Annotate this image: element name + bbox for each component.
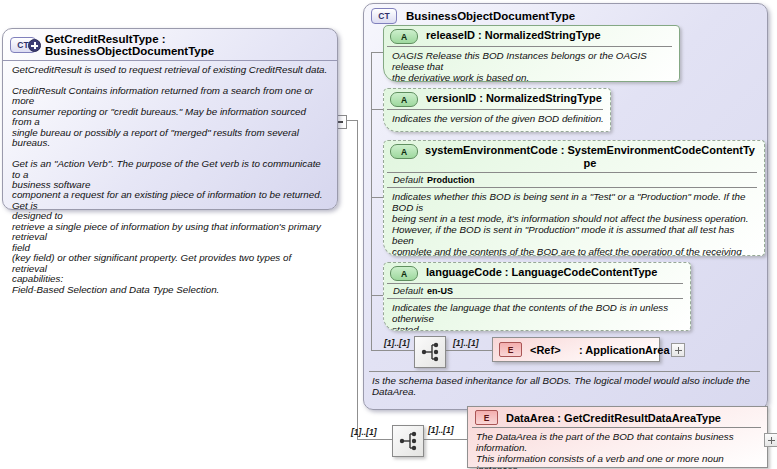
sequence-icon [414, 336, 446, 368]
tree-stub [444, 350, 492, 351]
default-label: Default [393, 285, 427, 296]
expand-button[interactable] [764, 433, 777, 447]
element-description: The DataArea is the part of the BOD that… [468, 428, 767, 469]
type-description: GetCreditResult is used to request retri… [3, 61, 337, 295]
attribute-title: systemEnvironmentCode : SystemEnvironmen… [422, 144, 758, 170]
attribute-title: versionID : NormalizedStringType [426, 92, 604, 105]
connector-line [357, 120, 358, 439]
attribute-badge: A [390, 92, 418, 107]
complex-type-badge-label: CT [17, 40, 28, 50]
element-badge: E [475, 410, 498, 425]
tree-line [371, 52, 372, 351]
cardinality-label: [1]..[1] [351, 427, 377, 437]
expand-button[interactable] [671, 343, 685, 357]
inheritance-footnote: Is the schema based inheritance for all … [372, 375, 758, 397]
element-badge: E [499, 342, 522, 357]
attribute-title-row: A versionID : NormalizedStringType [384, 89, 610, 108]
default-label: Default [393, 174, 427, 185]
cardinality-label: [1]..[1] [384, 338, 410, 348]
separator [369, 371, 760, 372]
attribute-title-row: A systemEnvironmentCode : SystemEnvironm… [384, 141, 764, 171]
connector-line [357, 439, 392, 440]
attribute-box-languagecode: A languageCode : LanguageCodeContentType… [383, 262, 691, 331]
attribute-box-versionid: A versionID : NormalizedStringType Indic… [383, 88, 611, 132]
element-title: <Ref> : ApplicationArea [530, 344, 670, 356]
attribute-title-row: A languageCode : LanguageCodeContentType [384, 263, 690, 282]
attribute-badge: A [390, 144, 418, 159]
default-value: en-US [427, 286, 453, 296]
attribute-badge: A [390, 29, 418, 44]
cardinality-label: [1]..[1] [453, 338, 479, 348]
derived-plus-icon [28, 39, 41, 52]
attribute-title-row: A releaseID : NormalizedStringType [384, 26, 679, 45]
cardinality-label: [1]..[1] [428, 425, 454, 435]
tree-stub [371, 350, 414, 351]
panel-title: GetCreditResultType : BusinessObjectDocu… [45, 33, 329, 57]
panel-header: CT BusinessObjectDocumentType [364, 4, 767, 27]
default-value-row: Default en-US [387, 284, 683, 299]
element-box-dataarea: E DataArea : GetCreditResultDataAreaType… [467, 406, 768, 468]
tree-stub [371, 295, 383, 296]
sequence-icon [392, 425, 424, 457]
complex-type-badge: CT [10, 37, 36, 53]
element-title: DataArea : GetCreditResultDataAreaType [506, 412, 721, 424]
complex-type-badge-label: CT [378, 11, 389, 21]
attribute-title: languageCode : LanguageCodeContentType [426, 266, 684, 279]
panel-header: CT GetCreditResultType : BusinessObjectD… [3, 29, 337, 61]
panel-title: BusinessObjectDocumentType [406, 10, 575, 22]
connector-line [422, 439, 468, 440]
complex-type-panel-getcreditresulttype: CT GetCreditResultType : BusinessObjectD… [2, 28, 338, 210]
attribute-badge: A [390, 266, 418, 281]
attribute-box-releaseid: A releaseID : NormalizedStringType OAGIS… [383, 25, 680, 82]
attribute-description: Indicates the language that the contents… [384, 299, 690, 331]
default-value-row: Default Production [387, 173, 757, 188]
tree-stub [371, 197, 383, 198]
complex-type-badge: CT [371, 8, 397, 24]
attribute-description: Indicates the version of the given BOD d… [384, 110, 610, 127]
attribute-description: Indicates whether this BOD is being sent… [384, 188, 764, 256]
attribute-description: OAGIS Release this BOD Instances belongs… [384, 47, 679, 82]
attribute-box-systemenvironmentcode: A systemEnvironmentCode : SystemEnvironm… [383, 140, 765, 256]
element-title-row: E DataArea : GetCreditResultDataAreaType [468, 407, 767, 427]
tree-stub [371, 52, 383, 53]
attribute-title: releaseID : NormalizedStringType [426, 29, 673, 42]
tree-stub [371, 109, 383, 110]
default-value: Production [427, 175, 475, 185]
element-box-applicationarea-ref: E <Ref> : ApplicationArea [492, 337, 660, 362]
